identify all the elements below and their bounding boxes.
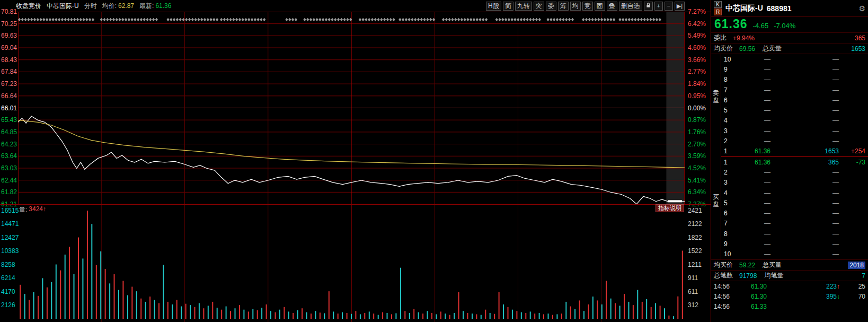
order-volume: 365	[770, 159, 839, 166]
buy-row[interactable]: 10——	[721, 249, 868, 259]
axis-volR-label: 1211	[688, 261, 702, 268]
level: 7	[724, 86, 737, 94]
chart-mode-switch: K R	[714, 1, 722, 15]
order-price: —	[737, 189, 770, 197]
order-volume: —	[770, 210, 839, 217]
indicator-help-button[interactable]: 指标说明	[656, 204, 684, 212]
quote-summary: 61.36 -4.65 -7.04%	[711, 17, 868, 33]
sell-row[interactable]: 9——	[721, 64, 868, 74]
level: 7	[724, 220, 737, 227]
total-sell-value: 1653	[851, 45, 865, 53]
axis-pct-label: 3.66%	[688, 56, 706, 64]
buy-row[interactable]: 8——	[721, 229, 868, 239]
avg-trade-label: 均笔量	[764, 271, 783, 280]
tick-row[interactable]: 14:5661.30395↓70	[711, 291, 868, 301]
tick-row[interactable]: 14:5661.30223↑25	[711, 281, 868, 291]
toolbar-button[interactable]: 竞	[582, 2, 593, 11]
buy-row[interactable]: 3——	[721, 178, 868, 188]
toolbar-button[interactable]: H股	[486, 2, 501, 11]
weibi-row: 委比 +9.94% 365	[711, 33, 868, 43]
volume-axis-right: 24212122182215221211911611312	[687, 205, 711, 322]
sell-row[interactable]: 4——	[721, 116, 868, 126]
toolbar-button[interactable]: 九转	[515, 2, 532, 11]
chart-section: 收盘竞价 中芯国际-U 分时 均价: 62.87 最新: 61.36 H股简九转…	[0, 0, 711, 322]
sell-row[interactable]: 10——	[721, 54, 868, 64]
zoom-out-icon: −	[667, 3, 670, 9]
minus-button[interactable]: −	[665, 2, 673, 11]
axis-price-label: 61.82	[1, 188, 17, 196]
percent-axis-right: 7.27%6.42%5.49%4.60%3.66%2.77%1.84%0.95%…	[687, 12, 711, 204]
order-price: —	[737, 220, 770, 227]
axis-price-label: 68.43	[1, 56, 17, 64]
intraday-chart[interactable]	[18, 12, 685, 204]
gear-icon[interactable]: ⚙	[858, 4, 865, 13]
axis-volL-label: 14471	[1, 220, 19, 228]
axis-pct-label: 5.49%	[688, 32, 706, 39]
toolbar-button[interactable]: 筹	[558, 2, 569, 11]
toolbar-button[interactable]: 固	[595, 2, 605, 11]
volume-label: 量:	[19, 205, 27, 214]
sell-row[interactable]: 7——	[721, 85, 868, 95]
toolbar-button[interactable]: 均	[570, 2, 581, 11]
order-price: —	[737, 66, 770, 73]
realtime-mode-button[interactable]: R	[714, 8, 722, 15]
axis-pct-label: 1.84%	[688, 80, 706, 88]
order-price: 61.36	[737, 159, 770, 166]
axis-pct-label: 0.95%	[688, 92, 706, 100]
axis-pct-label: 0.87%	[688, 116, 706, 124]
sell-row[interactable]: 5——	[721, 105, 868, 115]
avg-buy-row: 均买价 59.22 总买量 2018	[711, 260, 868, 271]
toolbar-button[interactable]: 突	[534, 2, 544, 11]
sell-side-label: 卖盘	[711, 89, 721, 104]
order-volume: —	[770, 179, 839, 186]
toolbar-button[interactable]: 委	[546, 2, 556, 11]
order-price: —	[737, 199, 770, 207]
axis-price-label: 65.43	[1, 116, 17, 124]
order-volume: —	[770, 117, 839, 124]
avg-trade-value: 7	[862, 272, 865, 280]
avg-price-value: 62.87	[118, 2, 134, 10]
sell-row[interactable]: 8——	[721, 75, 868, 85]
session-status-label: 收盘竞价	[16, 2, 41, 11]
toolbar-button[interactable]: 删自选	[619, 2, 642, 11]
level: 6	[724, 210, 737, 217]
buy-row[interactable]: 5——	[721, 198, 868, 208]
order-volume: 1653	[770, 147, 839, 155]
panel-stock-name: 中芯国际-U	[725, 4, 763, 13]
axis-volL-label: 6214	[1, 274, 15, 282]
buy-row[interactable]: 161.36365-73	[721, 157, 868, 167]
trading-terminal: 收盘竞价 中芯国际-U 分时 均价: 62.87 最新: 61.36 H股简九转…	[0, 0, 868, 322]
buy-row[interactable]: 2——	[721, 167, 868, 177]
sell-row[interactable]: 3——	[721, 126, 868, 136]
axis-volL-label: 2126	[1, 301, 15, 309]
sell-row[interactable]: 6——	[721, 95, 868, 105]
toolbar-button[interactable]: 简	[503, 2, 513, 11]
lock-button[interactable]	[644, 2, 653, 11]
up-arrow-icon: ↑	[43, 205, 46, 213]
tick-count: 70	[843, 293, 865, 300]
buy-row[interactable]: 6——	[721, 208, 868, 218]
avg-buy-value: 59.22	[739, 262, 755, 269]
buy-row[interactable]: 4——	[721, 188, 868, 198]
kline-mode-button[interactable]: K	[714, 1, 722, 8]
total-sell-label: 总卖量	[763, 44, 782, 53]
avg-price-label: 均价:	[102, 2, 117, 11]
sell-row[interactable]: 2——	[721, 136, 868, 146]
buy-row[interactable]: 7——	[721, 219, 868, 229]
order-price: —	[737, 97, 770, 104]
sell-row[interactable]: 161.361653+254	[721, 146, 868, 157]
axis-price-label: 67.84	[1, 68, 17, 75]
tick-row[interactable]: 14:5661.33	[711, 301, 868, 311]
order-price: —	[737, 76, 770, 83]
plus-button[interactable]: +	[654, 2, 663, 11]
tick-time: 14:56	[714, 293, 737, 300]
zoom-in-icon: +	[657, 3, 660, 9]
divider	[0, 12, 711, 12]
order-price: —	[737, 86, 770, 94]
toolbar-button[interactable]: 叠	[607, 2, 617, 11]
axis-price-label: 62.44	[1, 177, 17, 184]
buy-row[interactable]: 9——	[721, 239, 868, 249]
next-button[interactable]: ▶|	[675, 2, 685, 11]
order-price: —	[737, 210, 770, 217]
volume-chart[interactable]	[18, 205, 685, 322]
